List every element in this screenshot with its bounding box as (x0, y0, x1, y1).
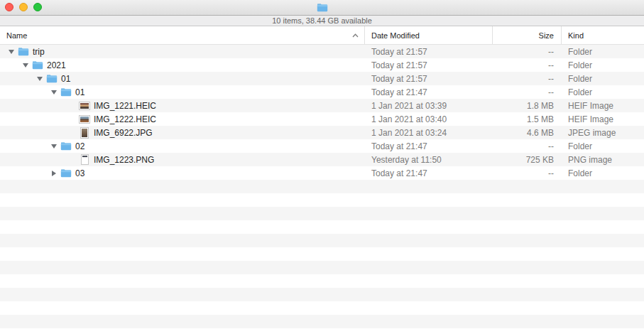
name-cell: IMG_1223.PNG (0, 153, 364, 166)
disclosure-collapsed-icon[interactable] (48, 166, 60, 180)
row-01[interactable]: 01 Today at 21:57 -- Folder (0, 72, 644, 85)
kind-cell: Folder (561, 47, 644, 57)
item-name-label: 01 (61, 74, 70, 84)
file-list: trip Today at 21:57 -- Folder 2021 Today… (0, 45, 644, 180)
item-name-label: 2021 (47, 60, 66, 70)
photo-portrait-thumbnail-icon (80, 127, 89, 139)
item-name-label: IMG_1221.HEIC (94, 101, 156, 111)
item-name-label: IMG_1222.HEIC (94, 114, 156, 124)
minimize-button[interactable] (19, 3, 28, 11)
row-2021[interactable]: 2021 Today at 21:57 -- Folder (0, 58, 644, 72)
column-header-size[interactable]: Size (492, 26, 561, 44)
finder-window: 10 items, 38.44 GB available Name Date M… (0, 0, 644, 334)
status-text: 10 items, 38.44 GB available (272, 16, 372, 25)
kind-cell: Folder (561, 168, 644, 178)
date-modified-cell: Today at 21:47 (364, 168, 492, 178)
row-02[interactable]: 02 Today at 21:47 -- Folder (0, 139, 644, 153)
folder-icon (60, 141, 72, 151)
folder-icon (46, 74, 58, 83)
date-modified-cell: Today at 21:57 (364, 74, 492, 84)
name-cell: trip (0, 45, 364, 58)
row-IMG_1223.PNG[interactable]: IMG_1223.PNG Yesterday at 11:50 725 KB P… (0, 153, 644, 166)
folder-icon (32, 60, 43, 70)
date-modified-cell: Today at 21:57 (364, 60, 492, 70)
disclosure-expanded-icon[interactable] (19, 58, 32, 72)
name-cell: 01 (0, 85, 364, 99)
row-IMG_6922.JPG[interactable]: IMG_6922.JPG 1 Jan 2021 at 03:24 4.6 MB … (0, 126, 644, 139)
item-icon-slot (79, 153, 90, 166)
folder-icon (18, 47, 29, 56)
kind-cell: JPEG image (561, 128, 644, 138)
size-cell: -- (492, 60, 561, 70)
item-icon-slot (79, 126, 90, 139)
size-cell: -- (492, 87, 561, 97)
photo-landscape-b-thumbnail-icon (79, 115, 90, 124)
screenshot-portrait-thumbnail-icon (81, 154, 89, 165)
date-modified-cell: Yesterday at 11:50 (364, 155, 492, 165)
item-icon-slot (60, 166, 72, 180)
status-bar: 10 items, 38.44 GB available (0, 16, 644, 26)
item-icon-slot (79, 112, 90, 126)
item-icon-slot (60, 85, 72, 99)
column-header-date-modified[interactable]: Date Modified (364, 26, 492, 44)
disclosure-triangle-icon (62, 112, 75, 126)
column-header-row: Name Date Modified Size Kind (0, 26, 644, 45)
kind-cell: PNG image (561, 155, 644, 165)
size-cell: 4.6 MB (492, 128, 561, 138)
title-bar[interactable] (0, 0, 644, 16)
column-header-name[interactable]: Name (0, 26, 364, 44)
date-modified-cell: 1 Jan 2021 at 03:39 (364, 101, 492, 111)
kind-cell: Folder (561, 60, 644, 70)
row-trip[interactable]: trip Today at 21:57 -- Folder (0, 45, 644, 58)
disclosure-expanded-icon[interactable] (48, 85, 60, 99)
item-icon-slot (60, 139, 72, 153)
disclosure-expanded-icon[interactable] (48, 139, 60, 153)
proxy-folder-icon[interactable] (317, 3, 328, 12)
disclosure-triangle-icon (62, 126, 75, 139)
kind-cell: HEIF Image (561, 114, 644, 124)
item-name-label: IMG_1223.PNG (94, 155, 154, 165)
size-cell: -- (492, 74, 561, 84)
disclosure-triangle-icon (62, 99, 75, 112)
item-name-label: 02 (75, 141, 84, 151)
size-cell: 1.5 MB (492, 114, 561, 124)
zoom-button[interactable] (33, 3, 42, 11)
name-cell: 2021 (0, 58, 364, 72)
row-03[interactable]: 03 Today at 21:47 -- Folder (0, 166, 644, 180)
close-button[interactable] (5, 3, 13, 11)
column-header-kind[interactable]: Kind (561, 26, 644, 44)
size-cell: 1.8 MB (492, 101, 561, 111)
column-header-name-label: Name (6, 31, 27, 40)
date-modified-cell: 1 Jan 2021 at 03:24 (364, 128, 492, 138)
row-01[interactable]: 01 Today at 21:47 -- Folder (0, 85, 644, 99)
item-name-label: IMG_6922.JPG (94, 128, 153, 138)
name-cell: 01 (0, 72, 364, 85)
disclosure-triangle-icon (62, 153, 75, 166)
name-cell: 02 (0, 139, 364, 153)
size-cell: -- (492, 47, 561, 57)
kind-cell: HEIF Image (561, 101, 644, 111)
row-IMG_1222.HEIC[interactable]: IMG_1222.HEIC 1 Jan 2021 at 03:40 1.5 MB… (0, 112, 644, 126)
size-cell: 725 KB (492, 155, 561, 165)
traffic-lights (5, 3, 42, 11)
disclosure-expanded-icon[interactable] (33, 72, 46, 85)
row-IMG_1221.HEIC[interactable]: IMG_1221.HEIC 1 Jan 2021 at 03:39 1.8 MB… (0, 99, 644, 112)
date-modified-cell: Today at 21:47 (364, 141, 492, 151)
kind-cell: Folder (561, 74, 644, 84)
item-icon-slot (79, 99, 90, 112)
name-cell: IMG_6922.JPG (0, 126, 364, 139)
size-cell: -- (492, 168, 561, 178)
photo-landscape-a-thumbnail-icon (79, 102, 90, 110)
item-icon-slot (32, 58, 43, 72)
disclosure-expanded-icon[interactable] (5, 45, 18, 58)
date-modified-cell: Today at 21:57 (364, 47, 492, 57)
item-name-label: trip (33, 47, 45, 57)
item-name-label: 01 (75, 87, 84, 97)
kind-cell: Folder (561, 87, 644, 97)
name-cell: IMG_1222.HEIC (0, 112, 364, 126)
folder-icon (60, 87, 72, 97)
item-icon-slot (18, 45, 29, 58)
kind-cell: Folder (561, 141, 644, 151)
sort-ascending-icon (352, 33, 359, 38)
date-modified-cell: 1 Jan 2021 at 03:40 (364, 114, 492, 124)
